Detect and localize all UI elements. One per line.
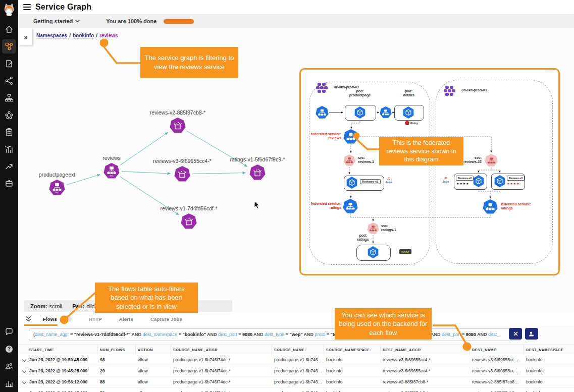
- table-cell: bookinfo: [524, 390, 574, 392]
- progress-text: You are 100% done: [106, 18, 156, 24]
- document-edit-icon: [5, 59, 14, 68]
- kubernetes-cluster-icon: [316, 82, 331, 93]
- sidebar-item-sitemap[interactable]: [2, 91, 16, 105]
- table-row[interactable]: Jun 23, 2022 @ 19:50:45.00093allowproduc…: [18, 354, 574, 365]
- graph-node-productpageext[interactable]: SVCproductpageext: [39, 172, 75, 195]
- table-row[interactable]: Jun 23, 2022 @ 19:50:45.00072allowproduc…: [18, 387, 574, 392]
- col-source-name[interactable]: SOURCE_NAME: [272, 345, 324, 355]
- home-icon: [5, 25, 14, 34]
- col-dest-name[interactable]: DEST_NAME: [470, 345, 524, 355]
- row-expand-chevron-icon[interactable]: [22, 357, 26, 361]
- help-icon: ?: [5, 345, 14, 354]
- table-cell: bookinfo: [524, 379, 574, 384]
- java-logo: Java: [442, 176, 449, 183]
- breadcrumb-bookinfo[interactable]: bookinfo: [73, 33, 94, 38]
- getting-started-dropdown[interactable]: Getting started: [33, 18, 73, 24]
- svg-text:productpageext: productpageext: [39, 172, 75, 178]
- cluster-label: uc-aks-prod-03: [461, 88, 487, 92]
- graph-node-ratings-v1[interactable]: ratings-v1-5f6d67f9c9-*: [230, 156, 285, 180]
- callout-federated-service: This is the federated reviews service sh…: [379, 137, 463, 165]
- table-cell: 72: [98, 390, 136, 392]
- svg-text:SVC: SVC: [56, 192, 60, 194]
- col-source-name-aggr[interactable]: SOURCE_NAME_AGGR: [171, 345, 272, 355]
- table-cell: productpage-v1-6b746…: [272, 390, 324, 392]
- sidebar-item-service-map[interactable]: [2, 39, 16, 53]
- tab-flows[interactable]: Flows 20: [43, 316, 72, 322]
- users-icon: [5, 362, 14, 371]
- pod-productpage-label: pod: productpage: [345, 89, 375, 98]
- sidebar-item-help[interactable]: ?: [2, 342, 16, 356]
- cluster-uc-aks-prod-03: [436, 80, 553, 264]
- tab-http[interactable]: HTTP: [89, 316, 102, 322]
- table-row[interactable]: Jun 23, 2022 @ 19:45:25.00029allowproduc…: [18, 365, 574, 376]
- top-bar: Service Graph: [18, 0, 574, 14]
- ruby-logo: Ruby: [405, 121, 418, 125]
- col-source-namespace[interactable]: SOURCE_NAMESPACE: [324, 345, 381, 355]
- flow-filter-bar: (dest_name_aggr = "reviews-v1-7d4fd56cdf…: [18, 326, 574, 344]
- sidebar-item-audit[interactable]: [2, 125, 16, 139]
- table-cell: productpage-v1-6b746f74dc-*: [171, 368, 272, 373]
- sidebar-item-team[interactable]: [2, 359, 16, 373]
- svg-text:ratings-v1-5f6d67f9c9-*: ratings-v1-5f6d67f9c9-*: [230, 156, 285, 162]
- user-filter-button[interactable]: [525, 328, 538, 340]
- tab-capture-jobs[interactable]: Capture Jobs: [150, 316, 182, 322]
- sidebar-item-clusters[interactable]: [2, 108, 16, 122]
- table-cell: reviews-v2-885f87cb8-*: [381, 390, 470, 392]
- flows-count-badge: 20: [60, 316, 72, 322]
- reviews-v1-label: Reviews-v1: [360, 179, 381, 184]
- sidebar-item-home[interactable]: [2, 22, 16, 36]
- service-graph-canvas[interactable]: » Namespaces/bookinfo/reviews SVCproduct…: [18, 28, 574, 312]
- row-expand-chevron-icon[interactable]: [22, 368, 26, 372]
- architecture-diagram-panel: uc-aks-prod-01 uc-aks-prod-03 pod: produ…: [299, 68, 560, 275]
- col-start-time[interactable]: START_TIME: [27, 345, 98, 355]
- isovalent-logo: [2, 3, 16, 17]
- sitemap-icon: [5, 93, 14, 102]
- rating-stars-black: ★★★★: [456, 182, 469, 185]
- flow-filter-input[interactable]: (dest_name_aggr = "reviews-v1-7d4fd56cdf…: [29, 328, 521, 341]
- callout-filter-graph: The service graph is filtering to view t…: [140, 47, 238, 78]
- sidebar-item-trends[interactable]: [2, 159, 16, 174]
- table-cell: reviews-v3-6f69655cc…: [470, 368, 524, 373]
- graph-node-reviews-v2[interactable]: reviews-v2-885f87cb8-*: [150, 109, 205, 133]
- graph-node-reviews-v1[interactable]: reviews-v1-7d4fd56cdf-*: [160, 205, 217, 229]
- sidebar-item-storage[interactable]: [2, 177, 16, 191]
- menu-icon[interactable]: [23, 3, 31, 11]
- service-map-icon: [5, 42, 14, 51]
- filter-query-text: (dest_name_aggr = "reviews-v1-7d4fd56cdf…: [33, 332, 336, 337]
- sidebar-item-network[interactable]: [2, 74, 16, 88]
- page-title: Service Graph: [35, 3, 91, 12]
- graph-node-reviews-v3[interactable]: reviews-v3-6f69655cc4-*: [153, 158, 212, 181]
- breadcrumb: Namespaces/bookinfo/reviews: [36, 33, 118, 38]
- col-num-flows[interactable]: NUM_FLOWS: [98, 345, 136, 355]
- sidebar-item-metrics[interactable]: [2, 142, 16, 156]
- row-expand-chevron-icon[interactable]: [22, 379, 26, 383]
- col-dest-name-aggr[interactable]: DEST_NAME_AGGR: [381, 345, 470, 355]
- sidebar-item-chat[interactable]: [2, 325, 16, 339]
- bar-chart-icon: [5, 379, 14, 388]
- sidebar-item-policy-editor[interactable]: [2, 57, 16, 71]
- table-cell: allow: [136, 390, 171, 392]
- close-icon: [513, 331, 518, 336]
- table-cell: reviews-v3-6f69655cc4-*: [381, 357, 470, 362]
- table-cell: Jun 23, 2022 @ 19:50:45.000: [27, 357, 98, 362]
- table-cell: productpage-v1-6b746f74dc-*: [171, 379, 272, 384]
- collapse-flows-icon[interactable]: [25, 316, 32, 322]
- nodejs-logo: node: [399, 249, 411, 254]
- graph-node-reviews[interactable]: SVCreviews: [102, 155, 121, 178]
- col-action[interactable]: ACTION: [136, 345, 171, 355]
- tab-alerts[interactable]: Alerts: [119, 316, 133, 322]
- federated-service-reviews-label: federated service: reviews: [305, 132, 341, 141]
- breadcrumb-namespaces[interactable]: Namespaces: [36, 33, 67, 38]
- clear-filter-button[interactable]: [509, 328, 522, 340]
- table-cell: bookinfo: [524, 368, 574, 373]
- metrics-icon: [5, 145, 14, 154]
- table-row[interactable]: Jun 23, 2022 @ 19:56:12.00088allowproduc…: [18, 376, 574, 387]
- sidebar-item-usage[interactable]: [2, 376, 16, 390]
- chevron-down-icon[interactable]: [75, 20, 80, 23]
- collapse-sidepanel-button[interactable]: »: [19, 28, 32, 45]
- svg-text:?: ?: [8, 346, 11, 352]
- table-cell: productpage-v1-6b746…: [272, 379, 324, 384]
- onboarding-bar: Getting started You are 100% done: [18, 14, 574, 28]
- reviews-v2-label: Reviews-v2: [456, 176, 474, 181]
- col-dest-namespace[interactable]: DEST_NAMESPACE: [524, 345, 574, 355]
